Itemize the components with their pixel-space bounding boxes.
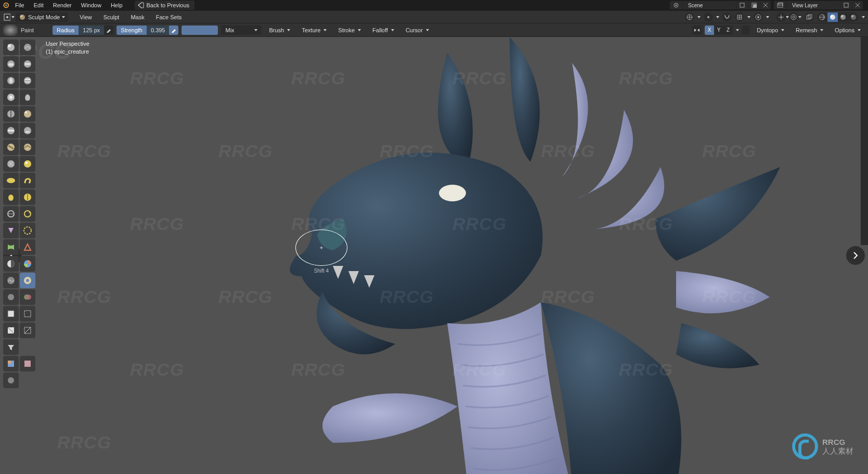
tool-boundary[interactable] bbox=[20, 223, 35, 238]
solid-shading-icon[interactable] bbox=[827, 12, 838, 22]
back-to-previous-button[interactable]: Back to Previous bbox=[135, 1, 195, 10]
pivot-dropdown[interactable] bbox=[704, 12, 713, 22]
strength-slider[interactable]: Strength 0.395 bbox=[116, 25, 178, 35]
show-overlays-toggle[interactable] bbox=[789, 12, 798, 22]
svg-point-12 bbox=[20, 15, 25, 20]
brush-thumbnail[interactable] bbox=[3, 24, 18, 36]
wireframe-shading-icon[interactable] bbox=[817, 12, 827, 22]
svg-point-29 bbox=[851, 15, 856, 20]
tool-simplify[interactable] bbox=[20, 239, 35, 255]
brush-shortcut-hint: Shift 4 bbox=[314, 268, 329, 274]
radius-slider[interactable]: Radius 125 px bbox=[53, 25, 113, 35]
menu-view[interactable]: View bbox=[74, 14, 97, 20]
show-gizmo-toggle[interactable] bbox=[776, 12, 786, 22]
tool-box-trim[interactable] bbox=[3, 323, 19, 338]
tool-crease[interactable] bbox=[3, 106, 19, 122]
radius-value[interactable]: 125 px bbox=[79, 25, 104, 35]
object-name-label: (1) epic_creature bbox=[46, 48, 89, 56]
snap-type-dropdown[interactable] bbox=[735, 12, 744, 22]
tool-box-mask[interactable] bbox=[3, 306, 19, 322]
tool-smear[interactable] bbox=[3, 289, 19, 305]
tool-flatten[interactable] bbox=[3, 123, 19, 138]
scene-new-icon[interactable] bbox=[748, 1, 760, 9]
tool-paint[interactable] bbox=[20, 273, 35, 288]
tool-fill[interactable] bbox=[20, 123, 35, 138]
tool-edit-faceset[interactable] bbox=[3, 356, 19, 371]
back-to-previous-label: Back to Previous bbox=[147, 2, 190, 8]
viewport-3d[interactable]: User Perspective (1) epic_creature bbox=[0, 37, 868, 474]
tool-mask[interactable] bbox=[3, 256, 19, 272]
scene-name-field[interactable] bbox=[686, 3, 733, 8]
gallery-next-button[interactable] bbox=[846, 246, 865, 265]
svg-rect-6 bbox=[753, 4, 757, 8]
radius-pressure-toggle[interactable] bbox=[104, 25, 113, 35]
scene-selector[interactable] bbox=[670, 1, 771, 9]
menu-render[interactable]: Render bbox=[48, 2, 76, 8]
tool-draw-facesets[interactable] bbox=[20, 256, 35, 272]
pen-pressure-icon bbox=[106, 28, 111, 33]
tool-rotate[interactable] bbox=[20, 206, 35, 222]
tool-clay[interactable] bbox=[3, 56, 19, 72]
n-panel-collapsed[interactable] bbox=[861, 37, 868, 245]
snap-toggle[interactable] bbox=[722, 12, 732, 22]
menu-mask[interactable]: Mask bbox=[125, 14, 149, 20]
tool-multires-disp[interactable] bbox=[3, 273, 19, 288]
scene-browse-icon[interactable] bbox=[736, 1, 748, 9]
options-label: Options bbox=[835, 27, 854, 33]
scene-delete-icon[interactable] bbox=[760, 1, 771, 9]
menu-facesets[interactable]: Face Sets bbox=[151, 14, 187, 20]
strength-value[interactable]: 0.395 bbox=[147, 25, 170, 35]
tool-inflate[interactable] bbox=[3, 89, 19, 105]
tool-blob[interactable] bbox=[20, 89, 35, 105]
menu-help[interactable]: Help bbox=[106, 2, 127, 8]
menu-file[interactable]: File bbox=[10, 2, 29, 8]
rendered-shading-icon[interactable] bbox=[848, 12, 859, 22]
tool-multiplane[interactable] bbox=[20, 139, 35, 155]
tool-nudge[interactable] bbox=[3, 206, 19, 222]
tool-scrape[interactable] bbox=[3, 139, 19, 155]
xray-toggle[interactable] bbox=[805, 12, 814, 22]
tool-grab[interactable] bbox=[20, 156, 35, 172]
options-dropdown[interactable]: Options bbox=[831, 25, 865, 35]
tool-cloth-filter[interactable] bbox=[3, 373, 19, 388]
tool-box-hide[interactable] bbox=[20, 306, 35, 322]
tool-smooth[interactable] bbox=[20, 106, 35, 122]
tool-pinch[interactable] bbox=[3, 156, 19, 172]
tool-clay-thumb[interactable] bbox=[3, 73, 19, 88]
active-tool-name: Paint bbox=[21, 27, 34, 33]
tool-mask-by-color[interactable] bbox=[20, 356, 35, 371]
tool-draw[interactable] bbox=[3, 40, 19, 55]
tool-color-filter[interactable] bbox=[20, 289, 35, 305]
matprev-shading-icon[interactable] bbox=[838, 12, 848, 22]
tool-line-project[interactable] bbox=[20, 323, 35, 338]
proportional-edit-toggle[interactable] bbox=[754, 12, 763, 22]
sculpt-mesh-creature[interactable] bbox=[177, 32, 791, 474]
tool-thumb[interactable] bbox=[3, 189, 19, 205]
svg-rect-4 bbox=[740, 3, 744, 7]
tool-layer[interactable] bbox=[20, 73, 35, 88]
menu-window[interactable]: Window bbox=[76, 2, 106, 8]
tool-elastic[interactable] bbox=[3, 173, 19, 188]
tool-clay-strips[interactable] bbox=[20, 56, 35, 72]
menu-edit[interactable]: Edit bbox=[29, 2, 48, 8]
shading-mode-switch[interactable] bbox=[817, 12, 859, 22]
strength-label: Strength bbox=[116, 25, 147, 35]
watermark: RRCG bbox=[130, 214, 184, 234]
svg-point-28 bbox=[841, 15, 843, 17]
mode-dropdown[interactable]: Sculpt Mode bbox=[16, 12, 68, 22]
tool-snakehook[interactable] bbox=[20, 173, 35, 188]
menu-sculpt[interactable]: Sculpt bbox=[98, 14, 125, 20]
remesh-dropdown[interactable]: Remesh bbox=[792, 25, 827, 35]
editor-type-icon[interactable] bbox=[3, 11, 15, 23]
viewlayer-delete-icon[interactable] bbox=[852, 1, 863, 9]
viewlayer-new-icon[interactable] bbox=[840, 1, 852, 9]
tool-slide-relax[interactable] bbox=[3, 223, 19, 238]
orientation-dropdown[interactable] bbox=[685, 12, 694, 22]
viewlayer-name-field[interactable] bbox=[790, 3, 837, 8]
tool-mesh-filter[interactable] bbox=[3, 339, 19, 355]
viewlayer-selector[interactable] bbox=[774, 1, 863, 9]
blender-logo-icon[interactable] bbox=[0, 0, 10, 10]
tool-draw-sharp[interactable] bbox=[20, 40, 35, 55]
tool-pose[interactable] bbox=[20, 189, 35, 205]
tool-cloth[interactable] bbox=[3, 239, 19, 255]
